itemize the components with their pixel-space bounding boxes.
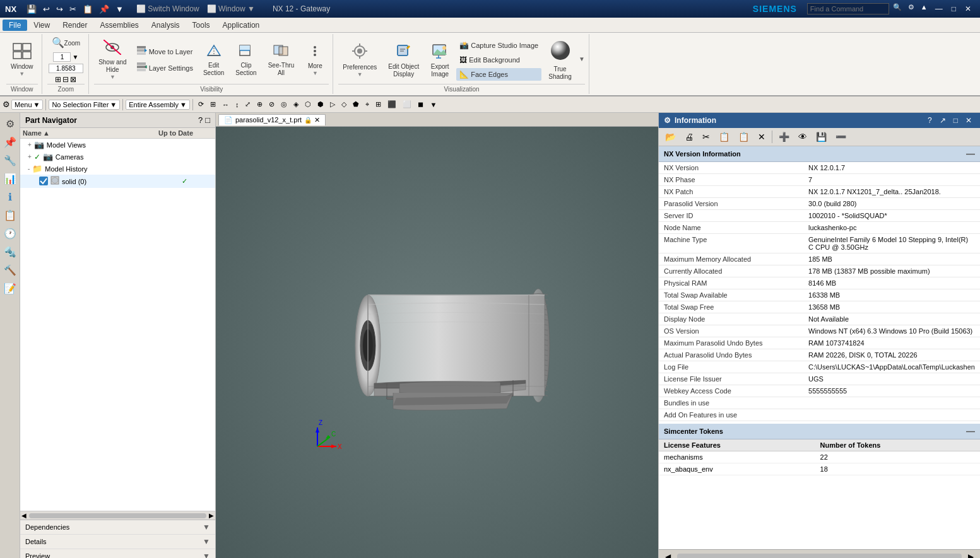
details-section[interactable]: Details ▼ xyxy=(20,535,215,549)
title-btn-save[interactable]: 💾 xyxy=(24,4,39,14)
list-item[interactable]: + ✓ 📷 Cameras xyxy=(20,151,215,163)
viewport-canvas[interactable]: Z X C xyxy=(216,127,658,558)
menu-item-file[interactable]: File xyxy=(3,20,27,31)
edit-background-button[interactable]: 🖼 Edit Background xyxy=(456,54,541,66)
tb-icon-13[interactable]: ◇ xyxy=(339,100,349,109)
true-shading-button[interactable]: TrueShading xyxy=(544,37,576,83)
info-save-btn[interactable]: 💾 xyxy=(812,130,830,144)
info-print-btn[interactable]: 🖨 xyxy=(681,130,697,144)
export-image-button[interactable]: ExportImage xyxy=(426,39,454,81)
menu-item-analysis[interactable]: Analysis xyxy=(145,20,186,31)
find-command-icon[interactable]: 🔍 xyxy=(890,3,904,15)
menu-item-tools[interactable]: Tools xyxy=(186,20,216,31)
info-eye-btn[interactable]: 👁 xyxy=(794,130,811,144)
tb-icon-10[interactable]: ⬡ xyxy=(302,100,314,109)
info-close-btn[interactable]: ✕ xyxy=(962,115,975,125)
tb-icon-2[interactable]: ⊞ xyxy=(208,100,218,109)
tb-icon-15[interactable]: ⌖ xyxy=(363,100,372,109)
menu-item-render[interactable]: Render xyxy=(56,20,93,31)
title-btn-config[interactable]: ⚙ xyxy=(906,3,917,15)
zoom-value-input[interactable] xyxy=(53,52,71,62)
window-button[interactable]: Window ▼ xyxy=(6,40,38,79)
simcenter-collapse-btn[interactable]: — xyxy=(966,426,975,436)
info-paste-btn[interactable]: 📋 xyxy=(735,130,753,144)
show-hide-button[interactable]: Show andHide ▼ xyxy=(94,37,131,83)
sidebar-icon-layers[interactable]: 📌 xyxy=(1,134,19,151)
nav-col-name[interactable]: Name ▲ xyxy=(23,129,156,137)
find-command-input[interactable] xyxy=(807,3,889,15)
tab-close[interactable]: ✕ xyxy=(314,116,320,124)
info-open-btn[interactable]: 📂 xyxy=(661,130,680,144)
tb-icon-6[interactable]: ⊕ xyxy=(254,100,265,109)
selection-filter-dropdown[interactable]: No Selection Filter ▼ xyxy=(49,100,120,110)
sidebar-icon-settings[interactable]: ⚙ xyxy=(3,115,17,132)
tb-icon-1[interactable]: ⟳ xyxy=(196,100,206,109)
preferences-button[interactable]: Preferences ▼ xyxy=(338,40,381,80)
info-scissors-btn[interactable]: ✂ xyxy=(699,130,714,144)
info-scroll-left[interactable]: ◀ xyxy=(661,551,675,558)
tb-icon-12[interactable]: ▷ xyxy=(328,100,338,109)
grid-icon-2[interactable]: ⊟ xyxy=(62,75,69,84)
expand-model-views[interactable]: + xyxy=(28,141,32,148)
expand-cameras[interactable]: + xyxy=(28,153,32,160)
title-btn-more[interactable]: ▼ xyxy=(113,4,126,14)
window-btn[interactable]: ⬜ Window ▼ xyxy=(207,4,255,13)
zoom-dropdown-icon[interactable]: ▼ xyxy=(72,54,78,61)
title-btn-redo[interactable]: ↪ xyxy=(54,4,66,14)
tb-icon-11[interactable]: ⬢ xyxy=(315,100,326,109)
tb-icon-8[interactable]: ◎ xyxy=(278,100,290,109)
toolbar-settings-icon[interactable]: ⚙ xyxy=(3,100,10,109)
nx-version-collapse-btn[interactable]: — xyxy=(966,149,975,159)
switch-window-btn[interactable]: ⬜ Switch Window xyxy=(136,4,199,13)
title-minimize[interactable]: — xyxy=(931,3,947,15)
tb-icon-16[interactable]: ⊞ xyxy=(373,100,384,109)
menu-dropdown[interactable]: Menu ▼ xyxy=(11,100,43,110)
more-button[interactable]: More ▼ xyxy=(301,41,329,79)
title-maximize[interactable]: □ xyxy=(948,3,960,15)
preview-section[interactable]: Preview ▼ xyxy=(20,549,215,558)
sidebar-icon-notes[interactable]: 📋 xyxy=(1,207,19,224)
info-help-btn[interactable]: ? xyxy=(924,115,935,125)
visualization-more-btn[interactable]: ▼ xyxy=(579,55,585,62)
tb-icon-18[interactable]: ⬜ xyxy=(400,100,414,109)
edit-object-display-button[interactable]: Edit ObjectDisplay xyxy=(384,39,423,81)
tb-icon-14[interactable]: ⬟ xyxy=(350,100,362,109)
zoom-scale-input[interactable] xyxy=(49,64,83,73)
face-edges-button[interactable]: 📐 Face Edges xyxy=(456,68,541,81)
tb-icon-20[interactable]: ▼ xyxy=(427,100,439,109)
tb-icon-4[interactable]: ↕ xyxy=(233,100,242,109)
title-close[interactable]: ✕ xyxy=(961,3,975,15)
grid-icon-3[interactable]: ⊠ xyxy=(70,75,76,84)
part-nav-question[interactable]: ? xyxy=(198,115,203,125)
title-btn-copy[interactable]: 📋 xyxy=(80,4,95,14)
info-content[interactable]: NX Version Information — NX Version NX 1… xyxy=(659,146,980,549)
sidebar-icon-edit[interactable]: 📝 xyxy=(1,280,19,297)
info-restore-btn[interactable]: ↗ xyxy=(936,115,949,125)
viewport-tab[interactable]: 📄 parasolid_v12_x_t.prt 🔒 ✕ xyxy=(218,114,326,125)
list-item[interactable]: solid (0) ✓ xyxy=(20,175,215,188)
see-thru-button[interactable]: See-ThruAll xyxy=(264,40,299,79)
tb-icon-9[interactable]: ◈ xyxy=(291,100,301,109)
layer-settings-button[interactable]: Layer Settings xyxy=(134,61,196,75)
sidebar-icon-clock[interactable]: 🕐 xyxy=(1,225,19,242)
simcenter-section-header[interactable]: Simcenter Tokens — xyxy=(659,424,980,439)
part-nav-hscroll[interactable]: ◀ ▶ xyxy=(20,511,215,520)
title-btn-undo[interactable]: ↩ xyxy=(40,4,52,14)
title-btn-paste[interactable]: 📌 xyxy=(97,4,112,14)
nx-version-section-header[interactable]: NX Version Information — xyxy=(659,146,980,162)
grid-icon-1[interactable]: ⊞ xyxy=(55,75,61,84)
zoom-button[interactable]: 🔍 Zoom xyxy=(47,35,85,50)
list-item[interactable]: - 📁 Model History xyxy=(20,163,215,175)
menu-item-view[interactable]: View xyxy=(27,20,56,31)
info-delete-btn[interactable]: ✕ xyxy=(754,130,769,144)
scroll-left[interactable]: ◀ xyxy=(21,512,27,519)
edit-section-button[interactable]: EditSection xyxy=(199,40,228,79)
assembly-filter-dropdown[interactable]: Entire Assembly ▼ xyxy=(126,100,190,110)
scroll-right[interactable]: ▶ xyxy=(209,512,214,519)
sidebar-icon-build[interactable]: 🔨 xyxy=(1,262,19,279)
info-scroll-right[interactable]: ▶ xyxy=(964,551,977,558)
menu-item-application[interactable]: Application xyxy=(216,20,266,31)
sidebar-icon-chart[interactable]: 📊 xyxy=(1,170,19,187)
tb-icon-19[interactable]: ◼ xyxy=(415,100,426,109)
move-to-layer-button[interactable]: Move to Layer xyxy=(134,44,196,59)
